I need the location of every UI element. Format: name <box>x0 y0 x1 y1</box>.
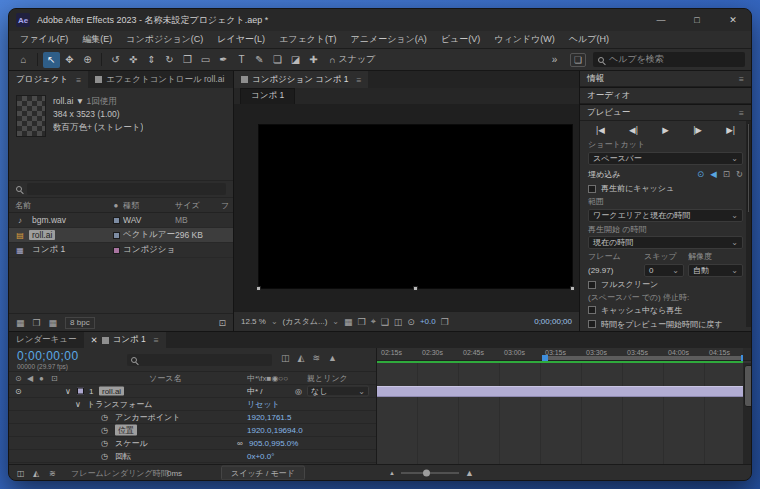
tab-composition[interactable]: コンポジション コンポ 1 ≡ <box>234 71 368 88</box>
magnification-value[interactable]: 12.5 % <box>241 317 266 326</box>
motion-blur-icon[interactable]: ≋ <box>312 353 320 363</box>
table-row-selected[interactable]: ▤ roll.ai ベクトルアート 296 KB <box>9 228 233 243</box>
stopwatch-icon[interactable]: ◷ <box>101 439 108 448</box>
mask-visibility-icon[interactable]: ⌖ <box>371 316 376 327</box>
layer-twirl-icon[interactable]: ∨ <box>65 387 71 396</box>
zoom-out-mountain-icon[interactable]: ▲ <box>389 470 395 476</box>
selection-tool-icon[interactable]: ↖ <box>43 52 60 68</box>
resolution-select[interactable]: 自動 ⌄ <box>688 264 743 277</box>
fullscreen-checkbox[interactable] <box>588 281 596 289</box>
menu-window[interactable]: ウィンドウ(W) <box>487 33 562 46</box>
audio-panel-header[interactable]: オーディオ <box>580 88 751 104</box>
timeline-zoom-handle[interactable] <box>423 469 430 476</box>
home-icon[interactable]: ⌂ <box>15 52 32 68</box>
transform-group-row[interactable]: ∨ トランスフォーム リセット <box>9 398 376 411</box>
table-row[interactable]: ♪ bgm.wav WAV MB <box>9 213 233 228</box>
brush-tool-icon[interactable]: ✎ <box>251 52 268 68</box>
transform-group-label[interactable]: トランスフォーム <box>87 399 152 410</box>
include-audio-icon[interactable]: ◀ <box>710 169 717 179</box>
project-search-input[interactable] <box>27 183 226 195</box>
tab-render-queue[interactable]: レンダーキュー <box>9 332 84 348</box>
puppet-pin-tool-icon[interactable]: ✚ <box>305 52 322 68</box>
shape-tool-icon[interactable]: ▭ <box>197 52 214 68</box>
preview-panel-header[interactable]: プレビュー ≡ <box>580 105 751 121</box>
expand-in-out-icon[interactable]: ≋ <box>49 468 56 477</box>
play-from-select[interactable]: 現在の時間 ⌄ <box>588 236 743 249</box>
parent-link-column[interactable]: 親とリンク <box>307 373 348 384</box>
reset-link[interactable]: リセット <box>247 399 280 410</box>
selection-handle[interactable] <box>256 286 261 291</box>
column-framerate[interactable]: フ <box>221 200 233 211</box>
last-frame-button[interactable]: ▶| <box>726 125 735 135</box>
graph-editor-icon[interactable]: ▲ <box>328 353 337 363</box>
label-swatch[interactable] <box>113 232 120 239</box>
info-panel-header[interactable]: 情報 ≡ <box>580 71 751 87</box>
column-type[interactable]: 種類 <box>123 200 175 211</box>
group-twirl-icon[interactable]: ∨ <box>75 400 81 409</box>
tab-close-icon[interactable]: ✕ <box>91 335 98 345</box>
project-color-depth[interactable]: 8 bpc <box>65 317 95 329</box>
timeline-search-input[interactable] <box>127 354 272 366</box>
include-video-icon[interactable]: ⊙ <box>697 169 704 179</box>
snapshot-icon[interactable]: ❐ <box>441 317 449 327</box>
layer-switches[interactable]: 中* / <box>247 386 263 397</box>
toolbar-overflow-icon[interactable]: » <box>546 52 563 68</box>
cache-before-playback-checkbox[interactable] <box>588 185 596 193</box>
chevron-down-icon[interactable]: ⌄ <box>332 317 339 326</box>
menu-help[interactable]: ヘルプ(H) <box>562 33 616 46</box>
panel-menu-icon[interactable]: ≡ <box>356 75 361 85</box>
scale-label[interactable]: スケール <box>115 438 148 449</box>
orbit-camera-tool-icon[interactable]: ↺ <box>107 52 124 68</box>
expand-layer-switches-icon[interactable]: ◫ <box>17 468 25 477</box>
work-area-bar[interactable] <box>545 356 744 360</box>
next-frame-button[interactable]: |▶ <box>693 125 702 135</box>
layer-duration-bar[interactable] <box>377 386 743 397</box>
hand-tool-icon[interactable]: ✥ <box>61 52 78 68</box>
dolly-camera-tool-icon[interactable]: ⇕ <box>143 52 160 68</box>
new-composition-icon[interactable]: ▦ <box>49 318 58 328</box>
stopwatch-icon[interactable]: ◷ <box>101 413 108 422</box>
pan-camera-tool-icon[interactable]: ✜ <box>125 52 142 68</box>
stopwatch-icon[interactable]: ◷ <box>101 452 108 461</box>
property-row-anchor-point[interactable]: ◷ アンカーポイント 1920,1761.5 <box>9 411 376 424</box>
tab-effect-controls[interactable]: エフェクトコントロール roll.ai <box>88 71 231 88</box>
zoom-in-mountain-icon[interactable]: ▲ <box>465 468 474 478</box>
label-swatch[interactable] <box>113 217 120 224</box>
menu-effect[interactable]: エフェクト(T) <box>272 33 344 46</box>
layer-visibility-icon[interactable]: ⊙ <box>15 387 22 396</box>
timeline-zoom-slider[interactable] <box>401 472 459 473</box>
eraser-tool-icon[interactable]: ◪ <box>287 52 304 68</box>
link-dimensions-icon[interactable]: ∞ <box>237 439 243 448</box>
tab-project[interactable]: プロジェクト ≡ <box>9 71 88 88</box>
title-bar[interactable]: Ae Adobe After Effects 2023 - 名称未設定プロジェク… <box>9 9 751 31</box>
switches-modes-button[interactable]: スイッチ / モード <box>221 465 305 480</box>
exposure-icon[interactable]: ⊙ <box>407 317 415 327</box>
previous-frame-button[interactable]: ◀| <box>629 125 638 135</box>
selection-handle[interactable] <box>413 286 418 291</box>
timeline-graph-area[interactable]: 02:15s 02:30s 02:45s 03:00s 03:15s 03:30… <box>377 348 751 464</box>
frame-rate-value[interactable]: (29.97) <box>588 266 640 275</box>
viewer-timecode[interactable]: 0;00;00;00 <box>534 317 572 326</box>
selection-handle[interactable] <box>570 286 575 291</box>
column-name[interactable]: 名前 <box>9 200 109 211</box>
multi-view-icon[interactable]: ◫ <box>394 317 403 327</box>
layer-name[interactable]: roll.ai <box>99 387 124 396</box>
current-time-display[interactable]: 0;00;00;00 <box>17 349 79 363</box>
rotation-value[interactable]: 0x+0.0° <box>247 452 274 461</box>
position-label[interactable]: 位置 <box>115 425 137 436</box>
snap-control[interactable]: ∩ スナップ <box>329 53 375 66</box>
time-ruler[interactable]: 02:15s 02:30s 02:45s 03:00s 03:15s 03:30… <box>377 348 743 361</box>
anchor-point-label[interactable]: アンカーポイント <box>115 412 180 423</box>
column-label[interactable]: ● <box>109 201 123 210</box>
menu-view[interactable]: ビュー(V) <box>434 33 487 46</box>
table-row[interactable]: ▦ コンポ 1 コンポジション <box>9 243 233 258</box>
close-button[interactable]: ✕ <box>715 9 751 31</box>
menu-file[interactable]: ファイル(F) <box>13 33 75 46</box>
property-row-scale[interactable]: ◷ スケール ∞ 905.0,995.0% <box>9 437 376 450</box>
panel-menu-icon[interactable]: ≡ <box>739 74 744 84</box>
region-of-interest-icon[interactable]: ❒ <box>358 317 366 327</box>
maximize-button[interactable]: □ <box>679 9 715 31</box>
interpret-footage-icon[interactable]: ▦ <box>16 318 25 328</box>
scale-value[interactable]: 905.0,995.0% <box>249 439 298 448</box>
expand-transfer-controls-icon[interactable]: ◭ <box>33 468 39 477</box>
